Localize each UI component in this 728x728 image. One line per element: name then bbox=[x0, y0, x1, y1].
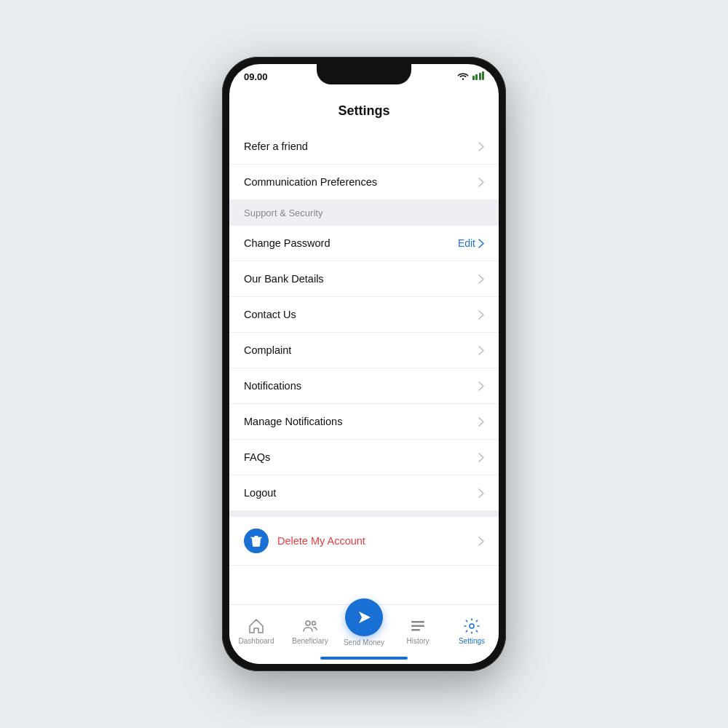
screen-content: Settings Refer a friend Communication Pr… bbox=[229, 96, 499, 604]
send-money-icon bbox=[355, 608, 373, 627]
page-title: Settings bbox=[229, 96, 499, 129]
menu-item-complaint[interactable]: Complaint bbox=[229, 333, 499, 368]
chevron-right-icon bbox=[478, 488, 484, 498]
menu-item-delete-account[interactable]: Delete My Account bbox=[229, 517, 499, 566]
status-time: 09.00 bbox=[244, 71, 268, 82]
status-icons bbox=[457, 71, 485, 80]
menu-item-label: FAQs bbox=[244, 451, 270, 463]
menu-item-label: Complaint bbox=[244, 344, 291, 356]
home-icon bbox=[248, 617, 265, 635]
trash-icon bbox=[250, 534, 263, 547]
menu-item-label: Notifications bbox=[244, 380, 301, 392]
menu-item-right bbox=[478, 488, 484, 498]
menu-item-right bbox=[478, 142, 484, 151]
nav-label-beneficiary: Beneficiary bbox=[292, 637, 328, 645]
chevron-right-icon bbox=[478, 274, 484, 284]
menu-item-right bbox=[478, 381, 484, 391]
delete-account-label: Delete My Account bbox=[277, 535, 365, 547]
chevron-right-icon bbox=[478, 239, 484, 248]
nav-label-send-money: Send Money bbox=[344, 638, 384, 646]
delete-section: Delete My Account bbox=[229, 511, 499, 566]
chevron-right-icon bbox=[478, 310, 484, 320]
menu-item-notifications[interactable]: Notifications bbox=[229, 368, 499, 404]
chevron-right-icon bbox=[478, 142, 484, 151]
battery-icon bbox=[472, 71, 485, 80]
nav-label-history: History bbox=[406, 637, 429, 645]
nav-label-settings: Settings bbox=[459, 637, 485, 645]
chevron-right-icon bbox=[478, 381, 484, 391]
menu-item-right bbox=[478, 274, 484, 284]
menu-item-right bbox=[478, 537, 484, 546]
nav-item-send-money[interactable]: Send Money bbox=[337, 598, 391, 646]
bottom-nav: Dashboard Beneficiary Sen bbox=[229, 604, 499, 664]
menu-item-right bbox=[478, 417, 484, 427]
phone-notch bbox=[317, 64, 411, 84]
svg-point-0 bbox=[306, 621, 310, 625]
menu-item-left: Delete My Account bbox=[244, 529, 365, 553]
menu-item-faqs[interactable]: FAQs bbox=[229, 440, 499, 475]
menu-item-label: Change Password bbox=[244, 237, 331, 249]
bottom-indicator bbox=[320, 657, 408, 660]
menu-item-right: Edit bbox=[458, 237, 484, 249]
svg-rect-3 bbox=[411, 625, 424, 627]
nav-item-beneficiary[interactable]: Beneficiary bbox=[283, 617, 337, 645]
menu-item-right bbox=[478, 178, 484, 187]
nav-item-dashboard[interactable]: Dashboard bbox=[229, 617, 283, 645]
wifi-icon bbox=[457, 71, 469, 80]
beneficiary-icon bbox=[301, 617, 319, 635]
nav-item-history[interactable]: History bbox=[391, 617, 445, 645]
section-header-support-security: Support & Security bbox=[229, 200, 499, 226]
menu-item-manage-notifications[interactable]: Manage Notifications bbox=[229, 404, 499, 440]
menu-item-label: Communication Preferences bbox=[244, 176, 377, 188]
svg-point-1 bbox=[312, 621, 316, 625]
menu-item-right bbox=[478, 453, 484, 462]
menu-item-change-password[interactable]: Change Password Edit bbox=[229, 226, 499, 261]
delete-icon-circle bbox=[244, 529, 269, 553]
svg-rect-4 bbox=[411, 629, 420, 631]
svg-rect-2 bbox=[411, 621, 424, 623]
history-icon bbox=[409, 617, 427, 635]
settings-list: Refer a friend Communication Preferences bbox=[229, 129, 499, 604]
chevron-right-icon bbox=[478, 453, 484, 462]
settings-icon bbox=[463, 617, 480, 635]
menu-item-logout[interactable]: Logout bbox=[229, 475, 499, 511]
menu-item-label: Manage Notifications bbox=[244, 416, 342, 427]
edit-label[interactable]: Edit bbox=[458, 237, 475, 249]
menu-item-refer-friend[interactable]: Refer a friend bbox=[229, 129, 499, 165]
chevron-right-icon bbox=[478, 346, 484, 355]
chevron-right-icon bbox=[478, 537, 484, 546]
phone-frame: 09.00 Settings bbox=[222, 57, 506, 671]
menu-item-label: Refer a friend bbox=[244, 141, 308, 152]
phone-screen: 09.00 Settings bbox=[229, 64, 499, 664]
menu-item-label: Contact Us bbox=[244, 309, 296, 320]
svg-point-5 bbox=[470, 624, 474, 628]
menu-item-our-bank-details[interactable]: Our Bank Details bbox=[229, 261, 499, 297]
menu-item-contact-us[interactable]: Contact Us bbox=[229, 297, 499, 333]
chevron-right-icon bbox=[478, 178, 484, 187]
chevron-right-icon bbox=[478, 417, 484, 427]
menu-item-label: Our Bank Details bbox=[244, 273, 324, 285]
menu-item-label: Logout bbox=[244, 487, 276, 499]
nav-item-settings[interactable]: Settings bbox=[445, 617, 499, 645]
menu-item-right bbox=[478, 346, 484, 355]
menu-item-right bbox=[478, 310, 484, 320]
nav-label-dashboard: Dashboard bbox=[239, 637, 274, 645]
send-money-circle bbox=[345, 598, 383, 636]
menu-item-communication-preferences[interactable]: Communication Preferences bbox=[229, 165, 499, 200]
